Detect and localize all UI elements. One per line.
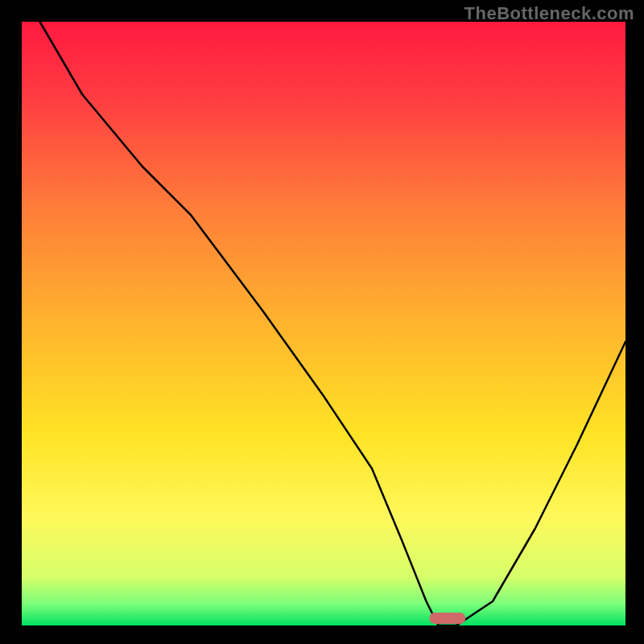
chart-container: { "watermark": "TheBottleneck.com", "cha… — [0, 0, 644, 644]
watermark-text: TheBottleneck.com — [464, 3, 634, 24]
chart-svg — [0, 0, 644, 644]
plot-area-background — [22, 22, 625, 625]
optimal-marker — [429, 613, 465, 624]
